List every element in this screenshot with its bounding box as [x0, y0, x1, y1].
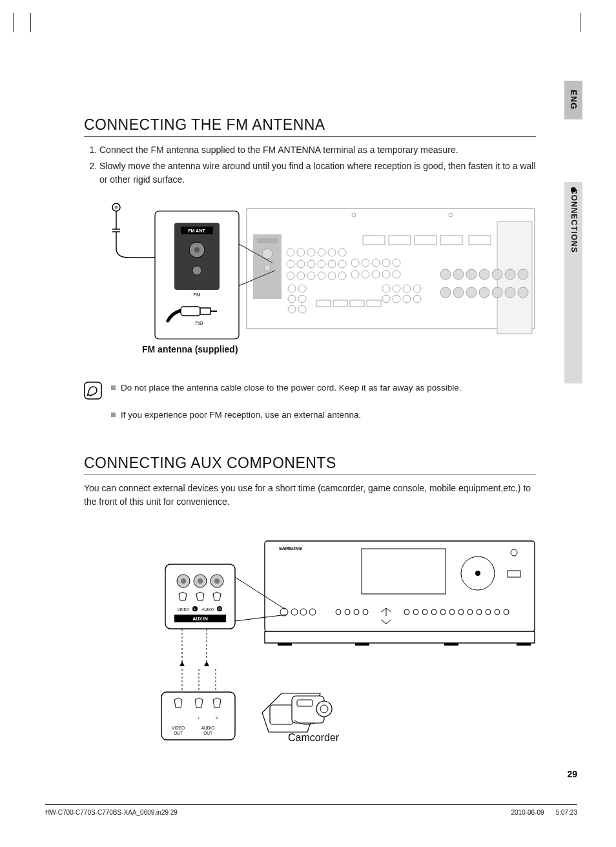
svg-point-39 [338, 260, 346, 268]
bullet-square-icon [111, 385, 116, 390]
svg-point-34 [287, 260, 294, 268]
svg-point-1 [115, 206, 118, 209]
svg-point-52 [362, 270, 369, 278]
svg-point-10 [194, 247, 200, 252]
svg-point-35 [297, 260, 305, 268]
footer-time: 5:07:23 [556, 809, 577, 816]
svg-point-63 [440, 287, 451, 298]
svg-point-61 [505, 269, 515, 280]
svg-point-80 [382, 285, 390, 292]
svg-point-11 [192, 266, 201, 275]
svg-point-81 [393, 285, 400, 292]
svg-point-60 [492, 269, 502, 280]
svg-rect-13 [200, 308, 210, 314]
svg-point-50 [393, 259, 400, 267]
svg-point-43 [318, 272, 325, 280]
svg-point-56 [440, 269, 451, 280]
svg-rect-118 [355, 643, 369, 646]
svg-text:R: R [216, 716, 218, 720]
figure-aux: SAMSUNG [84, 535, 536, 760]
svg-rect-25 [415, 236, 436, 245]
svg-point-75 [298, 285, 306, 292]
svg-rect-73 [367, 300, 381, 307]
svg-point-86 [403, 295, 411, 303]
svg-point-51 [351, 270, 359, 278]
svg-point-69 [518, 287, 528, 298]
section-tab-label: CONNECTIONS [570, 189, 579, 253]
bullet-square-icon [111, 413, 116, 417]
svg-point-79 [298, 305, 306, 313]
svg-point-16 [352, 213, 356, 217]
svg-point-65 [466, 287, 477, 298]
svg-rect-120 [517, 643, 531, 646]
footer: HW-C700-C770S-C770BS-XAA_0609.in29 29 20… [45, 804, 577, 816]
svg-point-33 [338, 249, 346, 256]
svg-point-83 [413, 285, 421, 292]
svg-point-37 [318, 260, 325, 268]
svg-point-66 [479, 287, 489, 298]
fig2-camcorder-label: Camcorder [288, 732, 340, 743]
svg-text:L: L [198, 716, 200, 720]
svg-point-78 [288, 305, 296, 313]
svg-point-59 [479, 269, 489, 280]
language-tab-label: ENG [569, 90, 579, 110]
svg-point-64 [453, 287, 464, 298]
fig2-auxin-label: AUX IN [192, 617, 208, 621]
svg-rect-27 [469, 236, 491, 245]
svg-text:L: L [194, 607, 196, 611]
svg-point-67 [492, 287, 502, 298]
svg-point-30 [307, 249, 315, 256]
svg-point-140 [316, 701, 332, 717]
svg-point-38 [328, 260, 336, 268]
svg-point-36 [307, 260, 315, 268]
svg-rect-72 [350, 300, 364, 307]
svg-point-68 [505, 287, 515, 298]
svg-point-76 [288, 295, 296, 303]
svg-rect-23 [363, 236, 385, 245]
fig2-audio-label: AUDIO [201, 607, 214, 611]
svg-point-29 [297, 249, 305, 256]
fig1-ohm-label: 75Ω [194, 321, 203, 325]
svg-point-28 [287, 249, 294, 256]
fig2-video-label: VIDEO [178, 607, 190, 611]
svg-point-22 [264, 265, 271, 271]
svg-rect-24 [389, 236, 411, 245]
fig2-brand: SAMSUNG [279, 546, 302, 551]
step-2: Slowly move the antenna wire around unti… [99, 159, 536, 187]
svg-point-87 [413, 295, 421, 303]
svg-point-55 [393, 270, 400, 278]
figure-fm-antenna: FM ANT. FM 75Ω [84, 198, 536, 354]
svg-point-84 [382, 295, 390, 303]
svg-point-82 [403, 285, 411, 292]
svg-point-41 [297, 272, 305, 280]
svg-point-47 [362, 259, 369, 267]
figure1-caption: FM antenna (supplied) [142, 344, 536, 354]
svg-point-123 [181, 578, 186, 584]
svg-point-21 [262, 249, 272, 259]
svg-rect-71 [333, 300, 347, 307]
svg-rect-26 [440, 236, 462, 245]
svg-rect-138 [270, 705, 293, 724]
step-1: Connect the FM antenna supplied to the F… [99, 143, 536, 157]
note-list: Do not place the antenna cable close to … [111, 382, 462, 436]
svg-rect-88 [85, 382, 101, 399]
section2-intro: You can connect external devices you use… [84, 482, 536, 509]
svg-text:R: R [218, 607, 221, 611]
svg-point-17 [449, 213, 453, 217]
svg-point-53 [372, 270, 380, 278]
svg-point-85 [393, 295, 400, 303]
svg-rect-20 [257, 238, 278, 243]
svg-rect-91 [265, 631, 535, 643]
svg-point-31 [318, 249, 325, 256]
svg-point-54 [382, 270, 390, 278]
footer-date: 2010-06-09 [511, 809, 544, 816]
svg-point-46 [351, 259, 359, 267]
svg-point-94 [475, 571, 480, 576]
svg-rect-119 [444, 643, 458, 646]
svg-point-58 [466, 269, 477, 280]
svg-point-49 [382, 259, 390, 267]
svg-point-125 [198, 578, 203, 584]
svg-point-32 [328, 249, 336, 256]
section2-title: CONNECTING AUX COMPONENTS [84, 454, 536, 475]
footer-left: HW-C700-C770S-C770BS-XAA_0609.in29 29 [45, 809, 178, 816]
